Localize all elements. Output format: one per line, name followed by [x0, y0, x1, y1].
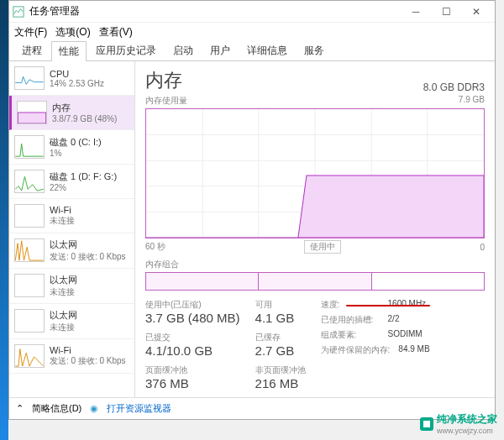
- sidebar-item-sub: 未连接: [50, 286, 77, 298]
- stat-label: 使用中(已压缩): [145, 299, 240, 311]
- stat-label: 页面缓冲池: [145, 364, 240, 376]
- window-controls: ─ ☐ ✕: [401, 1, 491, 23]
- kv-value: 84.9 MB: [398, 344, 429, 356]
- tab-users[interactable]: 用户: [202, 40, 238, 60]
- main-panel: 内存 8.0 GB DDR3 内存使用量 7.9 GB 60 秒 使用中: [135, 61, 495, 397]
- memory-spec: 8.0 GB DDR3: [423, 81, 485, 93]
- chart-max: 7.9 GB: [459, 95, 485, 107]
- minimize-button[interactable]: ─: [401, 1, 431, 23]
- slots-label: 内存组合: [145, 259, 485, 270]
- sidebar-item-sub: 22%: [50, 183, 117, 192]
- window-title: 任务管理器: [29, 4, 401, 18]
- sidebar-item-ethernet[interactable]: 以太网发送: 0 接收: 0 Kbps: [9, 233, 134, 269]
- sidebar-item-sub: 未连接: [50, 322, 77, 333]
- sidebar-item-label: 以太网: [50, 238, 126, 251]
- menu-bar: 文件(F) 选项(O) 查看(V): [9, 23, 495, 41]
- tab-history[interactable]: 应用历史记录: [88, 40, 164, 60]
- x-axis-right: 0: [480, 243, 485, 252]
- body: CPU14% 2.53 GHz 内存3.8/7.9 GB (48%) 磁盘 0 …: [9, 61, 495, 397]
- sidebar-item-cpu[interactable]: CPU14% 2.53 GHz: [9, 61, 134, 96]
- slot-used: [259, 273, 371, 290]
- memory-slots: [145, 272, 485, 291]
- tab-startup[interactable]: 启动: [165, 40, 201, 60]
- main-header: 内存 8.0 GB DDR3: [145, 68, 485, 93]
- disk-thumb-icon: [14, 135, 45, 159]
- sidebar-item-sub: 3.8/7.9 GB (48%): [52, 114, 117, 123]
- menu-options[interactable]: 选项(O): [55, 25, 90, 39]
- kv-key: 为硬件保留的内存:: [321, 344, 391, 356]
- kv-key: 已使用的插槽:: [321, 314, 380, 326]
- sidebar-item-label: 磁盘 1 (D: F: G:): [50, 170, 117, 183]
- stat-value: 376 MB: [145, 376, 240, 390]
- stat-label: 已提交: [145, 332, 240, 343]
- kv-value: SODIMM: [388, 329, 423, 341]
- menu-view[interactable]: 查看(V): [99, 25, 133, 39]
- task-manager-window: 任务管理器 ─ ☐ ✕ 文件(F) 选项(O) 查看(V) 进程 性能 应用历史…: [8, 0, 496, 420]
- app-icon: [13, 6, 24, 18]
- title-bar[interactable]: 任务管理器 ─ ☐ ✕: [9, 1, 495, 23]
- sidebar: CPU14% 2.53 GHz 内存3.8/7.9 GB (48%) 磁盘 0 …: [9, 61, 135, 397]
- tab-performance[interactable]: 性能: [51, 41, 87, 61]
- chevron-up-icon[interactable]: ⌃: [16, 403, 24, 414]
- memory-usage-chart: [145, 108, 485, 238]
- kv-value-speed: 1600 MHz: [388, 299, 427, 311]
- maximize-button[interactable]: ☐: [431, 1, 461, 23]
- sidebar-item-wifi[interactable]: Wi-Fi未连接: [9, 199, 134, 233]
- open-resource-monitor-link[interactable]: 打开资源监视器: [107, 402, 171, 415]
- memory-thumb-icon: [17, 101, 47, 124]
- x-axis-marker: 使用中: [304, 240, 341, 254]
- sidebar-item-sub: 未连接: [50, 215, 75, 227]
- kv-key: 组成要素:: [321, 329, 380, 341]
- sidebar-item-ethernet[interactable]: 以太网未连接: [9, 304, 134, 339]
- desktop-strip: [0, 0, 8, 440]
- sidebar-item-label: CPU: [50, 69, 104, 79]
- stat-label: 已缓存: [255, 332, 306, 343]
- close-button[interactable]: ✕: [461, 1, 491, 23]
- stat-value: 4.1 GB: [255, 311, 306, 325]
- page-title: 内存: [145, 68, 182, 93]
- watermark-icon: [420, 417, 433, 431]
- watermark-url: www.ycwjzy.com: [437, 427, 497, 435]
- slot-used: [146, 273, 259, 290]
- sidebar-item-label: 以太网: [50, 274, 77, 286]
- tab-services[interactable]: 服务: [297, 40, 332, 60]
- disk-thumb-icon: [14, 170, 45, 193]
- kv-value: 2/2: [388, 314, 400, 326]
- fewer-details-button[interactable]: 简略信息(D): [32, 402, 81, 415]
- chart-label: 内存使用量: [145, 95, 187, 107]
- sidebar-item-disk0[interactable]: 磁盘 0 (C: I:)1%: [9, 130, 134, 165]
- sidebar-item-sub: 发送: 0 接收: 0 Kbps: [50, 251, 126, 263]
- tab-details[interactable]: 详细信息: [239, 40, 295, 60]
- tab-processes[interactable]: 进程: [14, 40, 50, 60]
- sidebar-item-label: 以太网: [50, 309, 77, 322]
- stats-grid: 使用中(已压缩)3.7 GB (480 MB) 已提交4.1/10.0 GB 页…: [145, 299, 485, 390]
- watermark-text: 纯净系统之家: [437, 413, 497, 425]
- sidebar-item-memory[interactable]: 内存3.8/7.9 GB (48%): [9, 96, 134, 130]
- sidebar-item-ethernet[interactable]: 以太网未连接: [9, 269, 134, 304]
- slot-free: [372, 273, 484, 290]
- sidebar-item-label: 内存: [52, 102, 117, 114]
- sidebar-item-sub: 14% 2.53 GHz: [50, 79, 104, 88]
- sidebar-item-label: Wi-Fi: [50, 345, 126, 355]
- cpu-thumb-icon: [14, 66, 45, 90]
- tab-bar: 进程 性能 应用历史记录 启动 用户 详细信息 服务: [9, 41, 495, 61]
- stat-value: 4.1/10.0 GB: [145, 343, 240, 358]
- svg-rect-0: [13, 6, 24, 16]
- net-thumb-icon: [14, 309, 45, 333]
- wifi-thumb-icon: [14, 204, 45, 228]
- sidebar-item-wifi[interactable]: Wi-Fi发送: 0 接收: 0 Kbps: [9, 339, 134, 374]
- x-axis-left: 60 秒: [145, 241, 165, 253]
- stat-value: 216 MB: [255, 376, 306, 390]
- watermark: 纯净系统之家 www.ycwjzy.com: [420, 412, 497, 435]
- net-thumb-icon: [14, 274, 45, 297]
- sidebar-item-disk1[interactable]: 磁盘 1 (D: F: G:)22%: [9, 165, 134, 199]
- wifi-thumb-icon: [14, 344, 45, 368]
- menu-file[interactable]: 文件(F): [14, 25, 47, 39]
- sidebar-item-sub: 1%: [50, 149, 102, 158]
- sidebar-item-sub: 发送: 0 接收: 0 Kbps: [50, 355, 126, 367]
- net-thumb-icon: [14, 238, 45, 262]
- sidebar-item-label: 磁盘 0 (C: I:): [50, 136, 102, 149]
- stat-value: 3.7 GB (480 MB): [145, 311, 240, 325]
- stat-label: 非页面缓冲池: [255, 364, 306, 376]
- sidebar-item-label: Wi-Fi: [50, 205, 75, 215]
